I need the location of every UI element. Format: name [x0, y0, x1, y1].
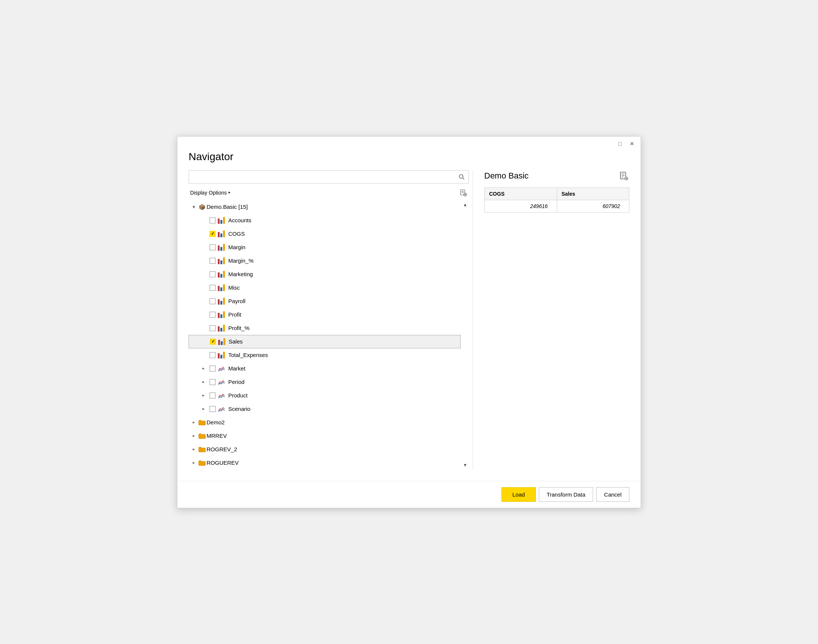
cube-icon: [198, 203, 206, 211]
svg-line-1: [463, 178, 464, 179]
close-button[interactable]: ✕: [628, 140, 636, 148]
bar-chart-icon-margin-pct: [218, 258, 226, 264]
expand-roguerev[interactable]: ▸: [190, 459, 198, 467]
folder-icon-roguerev: [198, 458, 207, 468]
margin-label: Margin: [228, 244, 245, 250]
tree-item-profit-pct[interactable]: ▼ Profit_%: [188, 322, 461, 335]
checkbox-market[interactable]: [210, 366, 216, 371]
toolbar-row: Display Options ▾: [188, 187, 469, 199]
checkbox-misc[interactable]: [210, 285, 216, 291]
product-label: Product: [228, 392, 248, 399]
scroll-arrows: ▲ ▼: [461, 200, 469, 470]
demo2-label: Demo2: [207, 419, 225, 425]
checkbox-payroll[interactable]: [210, 298, 216, 304]
scatter-icon-scenario: [218, 406, 226, 412]
expand-market[interactable]: ▸: [200, 365, 207, 372]
folder-svg-demo2: [198, 420, 206, 425]
tree-item-market[interactable]: ▸ Market: [188, 362, 461, 375]
bar-chart-icon-margin: [218, 244, 226, 251]
folder-svg-rogrev2: [198, 446, 206, 452]
expand-period[interactable]: ▸: [200, 378, 207, 386]
tree-item-cogs[interactable]: ▼ COGS: [188, 227, 461, 241]
tree-item-margin[interactable]: ▼ Margin: [188, 241, 461, 254]
preview-table: COGS Sales 249616 607902: [484, 187, 630, 213]
mrrev-label: MRREV: [207, 432, 227, 439]
bar-chart-icon-profit: [218, 311, 226, 318]
tree-item-payroll[interactable]: ▼ Payroll: [188, 294, 461, 308]
bar-chart-icon-cogs: [218, 230, 226, 237]
tree-item-sales[interactable]: ▼ Sales: [188, 335, 461, 348]
checkbox-product[interactable]: [210, 393, 216, 399]
checkbox-profit-pct[interactable]: [210, 325, 216, 331]
left-panel: Display Options ▾: [188, 170, 473, 470]
expand-mrrev[interactable]: ▸: [190, 432, 198, 440]
preview-row-0: 249616 607902: [485, 200, 630, 212]
tree-item-period[interactable]: ▸ Period: [188, 375, 461, 389]
search-input[interactable]: [189, 171, 455, 183]
scatter-icon-period: [218, 379, 226, 385]
sales-label: Sales: [229, 338, 243, 345]
tree-item-total-expenses[interactable]: ▼ Total_Expenses: [188, 348, 461, 362]
search-bar: [188, 170, 469, 184]
folder-svg-mrrev: [198, 433, 206, 439]
expand-demo-basic[interactable]: ▼: [190, 203, 198, 211]
checkbox-scenario[interactable]: [210, 406, 216, 412]
folder-icon-rogrev2: [198, 445, 207, 454]
expand-demo2[interactable]: ▸: [190, 419, 198, 426]
marketing-label: Marketing: [228, 271, 253, 277]
tree-item-scenario[interactable]: ▸ Scenario: [188, 402, 461, 416]
misc-label: Misc: [228, 284, 240, 291]
tree-root-demo2[interactable]: ▸ Demo2: [188, 416, 461, 429]
search-button[interactable]: [455, 170, 469, 184]
checkbox-accounts[interactable]: [210, 218, 216, 223]
preview-icon-button[interactable]: [618, 170, 630, 181]
expand-product[interactable]: ▸: [200, 392, 207, 399]
checkbox-period[interactable]: [210, 379, 216, 385]
expand-rogrev2[interactable]: ▸: [190, 446, 198, 453]
load-button[interactable]: Load: [501, 487, 536, 502]
scatter-icon-product: [218, 392, 226, 399]
bar-chart-icon-marketing: [218, 271, 226, 278]
expand-scenario[interactable]: ▸: [200, 405, 207, 413]
checkbox-margin[interactable]: [210, 244, 216, 250]
checkbox-profit[interactable]: [210, 312, 216, 318]
cube-icon-demo-basic: [198, 202, 207, 212]
preview-col-sales: Sales: [557, 187, 630, 200]
tree-container: ▼ Demo.Basic [15] ▼: [188, 200, 469, 470]
tree-item-misc[interactable]: ▼ Misc: [188, 281, 461, 294]
folder-icon-demo2: [198, 418, 207, 427]
tree-item-margin-pct[interactable]: ▼ Margin_%: [188, 254, 461, 268]
total-expenses-label: Total_Expenses: [228, 352, 268, 358]
scroll-down-button[interactable]: ▼: [461, 462, 469, 469]
profit-label: Profit: [228, 311, 241, 318]
bar-chart-icon-payroll: [218, 298, 226, 305]
scroll-up-button[interactable]: ▲: [461, 201, 469, 209]
tree-root-roguerev[interactable]: ▸ ROGUEREV: [188, 456, 461, 470]
tree-list[interactable]: ▼ Demo.Basic [15] ▼: [188, 200, 461, 470]
roguerev-label: ROGUEREV: [207, 460, 239, 466]
bar-chart-icon-sales: [218, 338, 227, 345]
tree-root-mrrev[interactable]: ▸ MRREV: [188, 429, 461, 443]
checkbox-total-expenses[interactable]: [210, 352, 216, 358]
tree-root-rogrev2[interactable]: ▸ ROGREV_2: [188, 443, 461, 456]
tree-root-demo-basic[interactable]: ▼ Demo.Basic [15]: [188, 200, 461, 214]
cancel-button[interactable]: Cancel: [596, 487, 630, 502]
tree-item-profit[interactable]: ▼ Profit: [188, 308, 461, 322]
transform-data-button[interactable]: Transform Data: [539, 487, 593, 502]
display-options-label: Display Options: [190, 190, 227, 196]
accounts-label: Accounts: [228, 217, 251, 223]
checkbox-sales[interactable]: [210, 339, 216, 345]
tree-item-product[interactable]: ▸ Product: [188, 389, 461, 402]
tree-item-marketing[interactable]: ▼ Marketing: [188, 268, 461, 281]
load-to-new-icon-button[interactable]: [458, 187, 469, 198]
preview-title: Demo Basic: [484, 171, 529, 181]
checkbox-margin-pct[interactable]: [210, 258, 216, 264]
tree-item-accounts[interactable]: ▼ Accounts: [188, 214, 461, 227]
checkbox-cogs[interactable]: [210, 231, 216, 237]
checkbox-marketing[interactable]: [210, 271, 216, 277]
window-title: Navigator: [178, 151, 640, 170]
svg-point-0: [460, 174, 463, 178]
profit-pct-label: Profit_%: [228, 325, 250, 331]
display-options-button[interactable]: Display Options ▾: [188, 189, 231, 196]
maximize-button[interactable]: □: [616, 140, 624, 148]
